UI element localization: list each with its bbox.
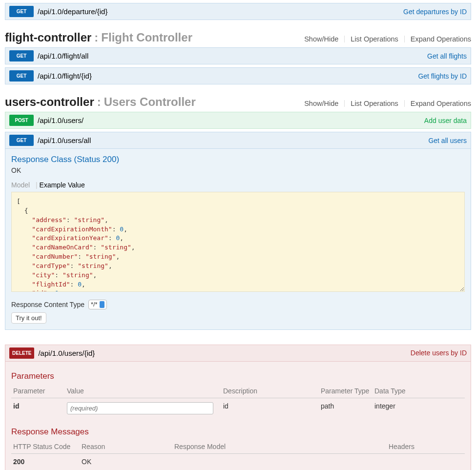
endpoint-summary: Get all flights bbox=[427, 52, 467, 60]
controller-name[interactable]: users-controller bbox=[5, 95, 94, 109]
th-reason: Reason bbox=[80, 440, 172, 454]
tab-example-value[interactable]: Example Value bbox=[40, 181, 85, 189]
param-value-input[interactable] bbox=[67, 402, 213, 414]
response-content-type-label: Response Content Type bbox=[11, 301, 84, 308]
op-flight-all-get[interactable]: GET /api/1.0/flight/all Get all flights bbox=[5, 47, 471, 64]
method-badge-get: GET bbox=[9, 50, 34, 61]
resp-code: 200 bbox=[11, 453, 80, 470]
param-type: path bbox=[319, 398, 373, 418]
divider bbox=[404, 100, 405, 107]
op-users-id-delete-panel: Parameters Parameter Value Description P… bbox=[5, 362, 471, 470]
th-value: Value bbox=[65, 384, 221, 398]
th-status-code: HTTP Status Code bbox=[11, 440, 80, 454]
response-class-heading: Response Class (Status 200) bbox=[11, 155, 465, 164]
table-row: 200 OK bbox=[11, 453, 465, 470]
controller-links: Show/Hide List Operations Expand Operati… bbox=[304, 100, 471, 107]
controller-separator: : bbox=[94, 31, 98, 44]
endpoint-path: /api/1.0/flight/all bbox=[38, 52, 88, 60]
endpoint-path: /api/1.0/departure/{id} bbox=[38, 7, 107, 16]
parameters-table: Parameter Value Description Parameter Ty… bbox=[11, 384, 465, 418]
controller-desc: Flight Controller bbox=[101, 31, 192, 44]
divider bbox=[344, 100, 345, 107]
controller-heading-users: users-controller : Users Controller Show… bbox=[5, 95, 471, 109]
response-messages-heading: Response Messages bbox=[11, 427, 465, 437]
response-content-type-select[interactable]: */* bbox=[88, 300, 107, 309]
endpoint-summary: Get all users bbox=[428, 137, 467, 144]
method-badge-get: GET bbox=[9, 6, 34, 17]
endpoint-path: /api/1.0/users/ bbox=[38, 116, 83, 124]
method-badge-delete: DELETE bbox=[9, 347, 34, 359]
th-description: Description bbox=[221, 384, 319, 398]
endpoint-summary: Add user data bbox=[424, 117, 467, 124]
parameters-heading: Parameters bbox=[11, 371, 465, 381]
method-badge-post: POST bbox=[9, 115, 34, 126]
th-headers: Headers bbox=[387, 440, 465, 454]
endpoint-summary: Delete users by ID bbox=[411, 349, 467, 357]
op-departure-get[interactable]: GET /api/1.0/departure/{id} Get departur… bbox=[5, 3, 471, 20]
controller-heading-flight: flight-controller : Flight Controller Sh… bbox=[5, 31, 471, 44]
endpoint-path: /api/1.0/flight/{id} bbox=[38, 72, 92, 80]
controller-links: Show/Hide List Operations Expand Operati… bbox=[304, 35, 471, 43]
schema-tabs: Model | Example Value bbox=[11, 181, 465, 189]
divider bbox=[404, 36, 405, 42]
tab-model[interactable]: Model bbox=[11, 181, 30, 189]
try-it-out-button[interactable]: Try it out! bbox=[11, 312, 46, 324]
method-badge-get: GET bbox=[9, 135, 34, 146]
op-flight-id-get[interactable]: GET /api/1.0/flight/{id} Get flights by … bbox=[5, 67, 471, 84]
table-row: id id path integer bbox=[11, 398, 465, 418]
link-list-operations[interactable]: List Operations bbox=[351, 35, 398, 43]
op-users-all-panel: Response Class (Status 200) OK Model | E… bbox=[5, 149, 471, 330]
op-users-all-get[interactable]: GET /api/1.0/users/all Get all users bbox=[5, 132, 471, 149]
divider bbox=[344, 36, 345, 42]
method-badge-get: GET bbox=[9, 70, 34, 82]
param-description: id bbox=[221, 398, 319, 418]
param-name: id bbox=[11, 398, 65, 418]
resp-reason: OK bbox=[80, 453, 172, 470]
controller-name[interactable]: flight-controller bbox=[5, 31, 91, 44]
endpoint-summary: Get flights by ID bbox=[418, 72, 467, 80]
endpoint-path: /api/1.0/users/{id} bbox=[38, 349, 95, 357]
th-parameter-type: Parameter Type bbox=[319, 384, 373, 398]
controller-desc: Users Controller bbox=[104, 95, 196, 109]
controller-separator: : bbox=[97, 95, 101, 109]
th-parameter: Parameter bbox=[11, 384, 65, 398]
link-expand-operations[interactable]: Expand Operations bbox=[411, 35, 471, 43]
table-header-row: Parameter Value Description Parameter Ty… bbox=[11, 384, 465, 398]
param-data-type: integer bbox=[373, 398, 465, 418]
endpoint-path: /api/1.0/users/all bbox=[38, 136, 91, 144]
endpoint-summary: Get departures by ID bbox=[403, 8, 467, 16]
link-show-hide[interactable]: Show/Hide bbox=[304, 35, 338, 43]
link-show-hide[interactable]: Show/Hide bbox=[304, 100, 338, 107]
example-json-block[interactable]: [ { "address": "string", "cardExpiration… bbox=[11, 192, 465, 292]
table-header-row: HTTP Status Code Reason Response Model H… bbox=[11, 440, 465, 454]
op-users-id-delete[interactable]: DELETE /api/1.0/users/{id} Delete users … bbox=[5, 345, 471, 362]
op-users-post[interactable]: POST /api/1.0/users/ Add user data bbox=[5, 112, 471, 129]
response-messages-table: HTTP Status Code Reason Response Model H… bbox=[11, 440, 465, 470]
link-expand-operations[interactable]: Expand Operations bbox=[411, 100, 471, 107]
response-status-text: OK bbox=[11, 166, 465, 174]
th-data-type: Data Type bbox=[373, 384, 465, 398]
th-response-model: Response Model bbox=[172, 440, 387, 454]
link-list-operations[interactable]: List Operations bbox=[351, 100, 398, 107]
